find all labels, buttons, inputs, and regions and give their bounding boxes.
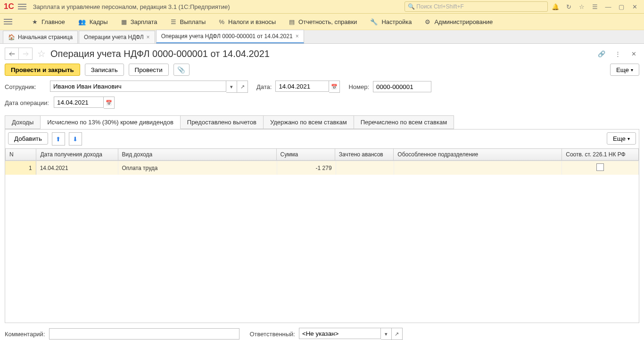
cell-art[interactable]	[562, 161, 639, 175]
mainmenu-icon: ☰	[171, 18, 176, 25]
mainmenu-icon: ▤	[289, 18, 295, 25]
close-form-icon[interactable]: ✕	[628, 48, 639, 59]
app-logo: 1C	[4, 2, 14, 11]
mainmenu-label: Выплаты	[180, 18, 206, 25]
column-header[interactable]: Дата получения дохода	[36, 149, 118, 161]
favorite-star-icon[interactable]: ☆	[37, 48, 46, 59]
bell-icon[interactable]: 🔔	[550, 1, 561, 12]
cell-n: 1	[5, 161, 36, 175]
post-and-close-button[interactable]: Провести и закрыть	[5, 64, 80, 76]
window-title: Зарплата и управление персоналом, редакц…	[33, 3, 230, 10]
cell-unit	[394, 161, 562, 175]
subtab[interactable]: Предоставлено вычетов	[180, 115, 264, 129]
move-up-icon[interactable]: ⬆	[52, 132, 65, 146]
hamburger-icon[interactable]	[18, 4, 26, 9]
date-label: Дата:	[256, 83, 272, 90]
nav-tab[interactable]: Операции учета НДФЛ×	[79, 31, 155, 43]
mainmenu-label: Отчетность, справки	[298, 18, 357, 25]
column-header[interactable]: Зачтено авансов	[335, 149, 394, 161]
save-button[interactable]: Записать	[85, 64, 124, 76]
mainmenu-item[interactable]: ▦Зарплата	[121, 18, 157, 25]
mainmenu-item[interactable]: 🔧Настройка	[370, 18, 412, 25]
search-placeholder: Поиск Ctrl+Shift+F	[416, 3, 464, 10]
employee-field[interactable]	[50, 81, 226, 92]
minimize-icon[interactable]: —	[603, 1, 614, 12]
tab-close-icon[interactable]: ×	[147, 34, 150, 40]
responsible-open-icon[interactable]: ↗	[392, 328, 403, 340]
mainmenu-label: Зарплата	[131, 18, 157, 25]
mainmenu-icon: 👥	[78, 18, 86, 25]
close-window-icon[interactable]: ✕	[629, 1, 640, 12]
page-title: Операция учета НДФЛ 0000-000001 от 14.04…	[50, 49, 270, 59]
subtab[interactable]: Удержано по всем ставкам	[263, 115, 354, 129]
employee-label: Сотрудник:	[5, 83, 46, 90]
mainmenu-item[interactable]: 👥Кадры	[78, 18, 108, 25]
mainmenu-label: Администрирование	[434, 18, 493, 25]
link-icon[interactable]: 🔗	[596, 48, 607, 59]
mainmenu-label: Кадры	[90, 18, 108, 25]
op-date-label: Дата операции:	[5, 99, 50, 106]
tab-label: Операции учета НДФЛ	[84, 34, 144, 40]
comment-field[interactable]	[49, 328, 239, 340]
responsible-dropdown-icon[interactable]: ▾	[381, 328, 392, 340]
date-calendar-icon[interactable]: 📅	[329, 81, 340, 93]
column-header[interactable]: Обособленное подразделение	[394, 149, 562, 161]
column-header[interactable]: Вид дохода	[118, 149, 276, 161]
mainmenu-item[interactable]: ☰Выплаты	[171, 18, 206, 25]
kebab-icon[interactable]: ⋮	[612, 48, 623, 59]
more-button[interactable]: Еще	[610, 64, 639, 76]
tab-label: Начальная страница	[18, 34, 73, 40]
panel-more-button[interactable]: Еще	[607, 132, 636, 145]
history-icon[interactable]: ↻	[563, 1, 574, 12]
search-icon: 🔍	[408, 3, 415, 10]
employee-open-icon[interactable]: ↗	[237, 81, 248, 93]
op-date-calendar-icon[interactable]: 📅	[104, 97, 115, 109]
mainmenu-item[interactable]: ▤Отчетность, справки	[289, 18, 357, 25]
mainmenu-item[interactable]: ★Главное	[32, 18, 65, 25]
number-label: Номер:	[348, 83, 369, 90]
cell-kind: Оплата труда	[118, 161, 277, 175]
mainmenu-icon: %	[219, 18, 224, 25]
op-date-field[interactable]	[54, 97, 104, 108]
mainmenu-item[interactable]: %Налоги и взносы	[219, 18, 276, 25]
filter-icon[interactable]: ☰	[589, 1, 601, 12]
maximize-icon[interactable]: ▢	[616, 1, 627, 12]
home-icon: 🏠	[8, 34, 15, 40]
subtab[interactable]: Доходы	[5, 115, 41, 129]
cell-date: 14.04.2021	[36, 161, 118, 175]
number-field[interactable]	[373, 81, 431, 92]
post-button[interactable]: Провести	[129, 64, 169, 76]
mainmenu-item[interactable]: ⚙Администрирование	[425, 18, 493, 25]
nav-back-button[interactable]: 🡠	[5, 48, 19, 60]
column-header[interactable]: Соотв. ст. 226.1 НК РФ	[562, 149, 639, 161]
main-hamburger-icon[interactable]	[4, 19, 12, 24]
cell-advance	[336, 161, 394, 175]
mainmenu-label: Настройка	[381, 18, 412, 25]
star-icon[interactable]: ☆	[576, 1, 587, 12]
nav-forward-button[interactable]: 🡢	[19, 48, 33, 60]
move-down-icon[interactable]: ⬇	[69, 132, 82, 146]
date-field[interactable]	[275, 81, 329, 92]
subtab[interactable]: Исчислено по 13% (30%) кроме дивидендов	[40, 115, 181, 129]
tab-label: Операция учета НДФЛ 0000-000001 от 14.04…	[161, 33, 293, 40]
table-row[interactable]: 114.04.2021Оплата труда-1 279	[5, 161, 639, 175]
global-search[interactable]: 🔍 Поиск Ctrl+Shift+F	[405, 1, 548, 12]
add-row-button[interactable]: Добавить	[8, 132, 48, 145]
mainmenu-icon: ★	[32, 18, 38, 25]
responsible-label: Ответственный:	[250, 331, 295, 338]
comment-label: Комментарий:	[5, 331, 45, 338]
column-header[interactable]: Сумма	[276, 149, 335, 161]
column-header[interactable]: N	[6, 149, 36, 161]
mainmenu-icon: ⚙	[425, 18, 430, 25]
responsible-field[interactable]	[299, 328, 381, 339]
nav-tab[interactable]: Операция учета НДФЛ 0000-000001 от 14.04…	[156, 30, 304, 43]
subtab[interactable]: Перечислено по всем ставкам	[354, 115, 454, 129]
mainmenu-label: Главное	[41, 18, 65, 25]
tab-close-icon[interactable]: ×	[296, 33, 299, 40]
mainmenu-label: Налоги и взносы	[228, 18, 276, 25]
employee-dropdown-icon[interactable]: ▾	[226, 81, 237, 93]
attach-button[interactable]: 📎	[173, 64, 190, 76]
nav-tab[interactable]: 🏠Начальная страница	[3, 31, 78, 43]
mainmenu-icon: ▦	[121, 18, 127, 25]
checkbox-icon[interactable]	[596, 163, 604, 171]
